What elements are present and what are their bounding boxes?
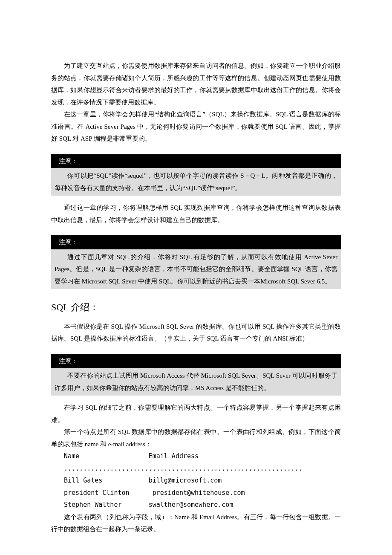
- paragraph-intro-2: 在这一章里，你将学会怎样使用“结构化查询语言”（SQL）来操作数据库。SQL 语…: [51, 108, 341, 145]
- note-body-3: 不要在你的站点上试图用 Microsoft Access 代替 Microsof…: [51, 368, 341, 396]
- paragraph-3: 通过这一章的学习，你将理解怎样用 SQL 实现数据库查询，你将学会怎样使用这种查…: [51, 202, 341, 226]
- note-header-2: 注意：: [51, 235, 341, 249]
- note-body-1: 你可以把“SQL”读作“sequel”，也可以按单个字母的读音读作 S－Q－L。…: [51, 168, 341, 196]
- note-text-2: 通过下面几章对 SQL 的介绍，你将对 SQL 有足够的了解，从而可以有效地使用…: [55, 251, 337, 288]
- note-header-1: 注意：: [51, 154, 341, 168]
- example-table: Name Email Address .....................…: [64, 450, 341, 511]
- paragraph-7: 这个表有两列（列也称为字段，域）：Name 和 Email Address。有三…: [51, 511, 341, 535]
- table-row: Bill Gates billg@microsoft.com: [64, 477, 222, 484]
- paragraph-5: 在学习 SQL 的细节之前，你需要理解它的两大特点。一个特点容易掌握，另一个掌握…: [51, 402, 341, 426]
- note-text-3: 不要在你的站点上试图用 Microsoft Access 代替 Microsof…: [55, 370, 337, 394]
- table-separator: ........................................…: [64, 465, 303, 472]
- table-row: Stephen Walther swalther@somewhere.com: [64, 501, 233, 509]
- paragraph-4: 本书假设你是在 SQL 操作 Microsoft SQL Sever 的数据库。…: [51, 321, 341, 345]
- table-row: president Clinton president@whitehouse.c…: [64, 489, 245, 497]
- table-header: Name Email Address: [64, 452, 199, 460]
- paragraph-6: 第一个特点是所有 SQL 数据库中的数据都存储在表中。一个表由行和列组成。例如，…: [51, 426, 341, 450]
- note-header-3: 注意：: [51, 354, 341, 368]
- section-title-sql-intro: SQL 介绍：: [51, 298, 341, 316]
- document-page: 为了建立交互站点，你需要使用数据库来存储来自访问者的信息。例如，你要建立一个职业…: [0, 0, 392, 555]
- paragraph-intro-1: 为了建立交互站点，你需要使用数据库来存储来自访问者的信息。例如，你要建立一个职业…: [51, 60, 341, 108]
- note-body-2: 通过下面几章对 SQL 的介绍，你将对 SQL 有足够的了解，从而可以有效地使用…: [51, 249, 341, 289]
- note-text-1: 你可以把“SQL”读作“sequel”，也可以按单个字母的读音读作 S－Q－L。…: [55, 170, 337, 194]
